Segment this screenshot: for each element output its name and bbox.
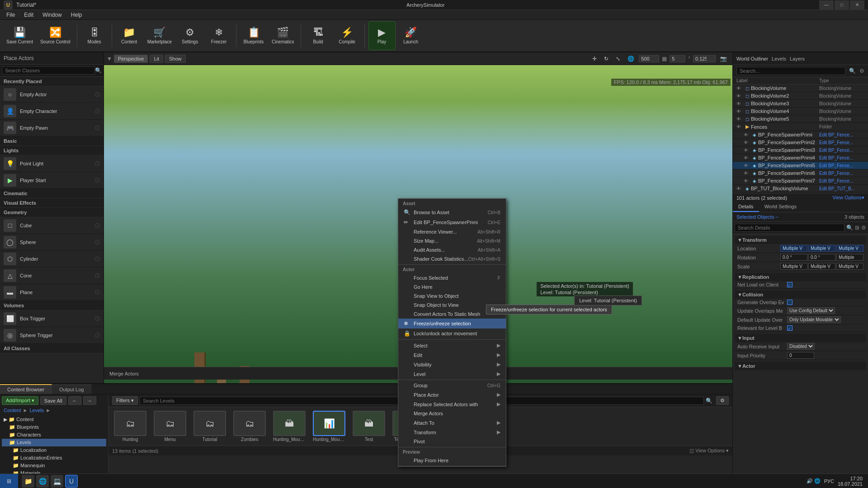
ctx-select[interactable]: Select▶ (398, 341, 506, 350)
view-options-btn[interactable]: View Options▾ (832, 195, 864, 201)
auto-receive-select[interactable]: Disabled (787, 343, 815, 350)
details-search-input[interactable] (735, 224, 844, 232)
maximize-button[interactable]: □ (835, 0, 849, 9)
outliner-settings-icon[interactable]: ⚙ (859, 68, 864, 74)
folder-levels[interactable]: 📁 Levels (2, 439, 106, 446)
ctx-level[interactable]: Level▶ (398, 369, 506, 379)
save-current-button[interactable]: 💾 Save Current (4, 21, 36, 50)
folder-characters[interactable]: 📁 Characters (2, 431, 106, 439)
cylinder-item[interactable]: ⬡ Cylinder ⓘ (0, 251, 104, 267)
rotate-icon[interactable]: ↻ (601, 55, 611, 63)
content-item-hunting-mountains-data[interactable]: 📊 Hunting_Mountains_BuiltData (311, 411, 347, 442)
actor-section-header[interactable]: ▼ Actor (735, 362, 866, 370)
rotation-y-input[interactable] (808, 254, 835, 261)
outliner-item-fence7[interactable]: 👁 ◈ BP_FenceSpawnerPrimi7 Edit BP_Fence.… (733, 177, 868, 185)
source-control-button[interactable]: 🔀 Source Control (38, 21, 73, 50)
empty-character-item[interactable]: 👤 Empty Character ⓘ (0, 103, 104, 120)
collision-header[interactable]: ▼ Collision (735, 291, 866, 299)
player-start-item[interactable]: ▶ Player Start ⓘ (0, 172, 104, 189)
menu-edit[interactable]: Edit (19, 11, 38, 19)
ctx-snap-view-to-object[interactable]: Snap View to Object (398, 291, 506, 300)
cone-info[interactable]: ⓘ (95, 272, 100, 279)
outliner-item-fences-folder[interactable]: 👁 ▶ Fences Folder (733, 123, 868, 131)
ctx-play-from-here[interactable]: Play From Here (398, 456, 506, 465)
input-header[interactable]: ▼ Input (735, 334, 866, 342)
outliner-item-fence1[interactable]: 👁 ◈ BP_FenceSpawnerPrimi Edit BP_Fence..… (733, 131, 868, 139)
content-browser-tab[interactable]: Content Browser (0, 384, 52, 394)
view-options-content[interactable]: ◫ View Options ▾ (689, 448, 729, 454)
cube-item[interactable]: □ Cube ⓘ (0, 217, 104, 234)
outliner-item-blocking2[interactable]: 👁 ◻ BlockingVolume2 BlockingVolume (733, 92, 868, 100)
minimize-button[interactable]: — (819, 0, 834, 9)
outliner-item-fence4[interactable]: 👁 ◈ BP_FenceSpawnerPrimi4 Edit BP_Fence.… (733, 154, 868, 162)
search-classes-input[interactable] (2, 66, 95, 75)
location-x-input[interactable] (780, 245, 807, 252)
ctx-audit-assets[interactable]: Audit Assets...Alt+Shift+A (398, 245, 506, 254)
relevant-level-checkbox[interactable] (787, 325, 793, 331)
scale-icon[interactable]: ⤡ (613, 55, 623, 63)
empty-character-info[interactable]: ⓘ (95, 108, 100, 115)
outliner-item-blocking1[interactable]: 👁 ◻ BlockingVolume BlockingVolume (733, 84, 868, 92)
content-item-hunting-mountains[interactable]: 🏔 Hunting_Mountains (271, 411, 307, 442)
world-settings-tab[interactable]: World Settings (759, 202, 802, 212)
empty-actor-info[interactable]: ⓘ (95, 91, 100, 98)
content-item-hunting[interactable]: 🗂 Hunting (112, 411, 148, 442)
all-classes-category[interactable]: All Classes (0, 344, 104, 353)
ctx-transform[interactable]: Transform▶ (398, 427, 506, 437)
ctx-lock-unlock[interactable]: 🔒 Lock/unlock actor movement (398, 328, 506, 338)
empty-actor-item[interactable]: ○ Empty Actor ⓘ (0, 86, 104, 103)
filters-button[interactable]: Filters ▾ (112, 396, 138, 405)
default-update-select[interactable]: Only Update Movable (787, 316, 841, 323)
outliner-item-blocking5[interactable]: 👁 ◻ BlockingVolume5 BlockingVolume (733, 115, 868, 123)
sphere-trigger-item[interactable]: ◎ Sphere Trigger ⓘ (0, 327, 104, 344)
outliner-search-input[interactable] (736, 67, 845, 75)
menu-window[interactable]: Window (38, 11, 66, 19)
details-tab[interactable]: Details (733, 202, 759, 212)
menu-help[interactable]: Help (66, 11, 87, 19)
net-load-checkbox[interactable] (787, 282, 793, 287)
volumes-category[interactable]: Volumes (0, 301, 104, 310)
details-layout-icon[interactable]: ⊞ (855, 225, 859, 231)
empty-pawn-item[interactable]: 🎮 Empty Pawn ⓘ (0, 120, 104, 136)
rotation-z-input[interactable] (836, 254, 863, 261)
selected-objects-dropdown[interactable]: Selected Objects→ (736, 214, 779, 220)
taskbar-vs[interactable]: 💻 (51, 475, 63, 488)
plane-item[interactable]: ▬ Plane ⓘ (0, 284, 104, 301)
cylinder-info[interactable]: ⓘ (95, 256, 100, 263)
add-import-button[interactable]: Add/Import ▾ (2, 396, 38, 405)
ctx-edit[interactable]: Edit▶ (398, 350, 506, 360)
outliner-item-tut-blocking[interactable]: 👁 ◈ BP_TUT_BlockingVolume Edit BP_TUT_B.… (733, 185, 868, 192)
ctx-size-map[interactable]: Size Map...Alt+Shift+M (398, 236, 506, 245)
content-item-tutorial[interactable]: 🗂 Tutorial (192, 411, 228, 442)
content-item-test[interactable]: 🏔 Test (351, 411, 387, 442)
world-local-icon[interactable]: 🌐 (625, 55, 637, 63)
taskbar-ue4[interactable]: U (65, 475, 78, 488)
menu-file[interactable]: File (2, 11, 19, 19)
transform-header[interactable]: ▼ Transform (735, 236, 866, 244)
compile-button[interactable]: ⚡ Compile (334, 21, 361, 50)
input-priority-input[interactable] (787, 352, 814, 359)
blueprints-button[interactable]: 📋 Blueprints (240, 21, 267, 50)
build-button[interactable]: 🏗 Build (305, 21, 332, 50)
box-trigger-item[interactable]: ⬜ Box Trigger ⓘ (0, 310, 104, 327)
marketplace-button[interactable]: 🛒 Marketplace (145, 21, 175, 50)
folder-localization-entries[interactable]: 📁 LocalizationEntries (2, 454, 106, 462)
ctx-pivot[interactable]: Pivot (398, 437, 506, 446)
point-light-item[interactable]: 💡 Point Light ⓘ (0, 155, 104, 172)
ctx-attach-to[interactable]: Attach To▶ (398, 418, 506, 427)
outliner-item-blocking4[interactable]: 👁 ◻ BlockingVolume4 BlockingVolume (733, 108, 868, 115)
play-button[interactable]: ▶ Play (368, 21, 396, 50)
sphere-item[interactable]: ◯ Sphere ⓘ (0, 234, 104, 251)
ctx-group[interactable]: GroupCtrl+G (398, 381, 506, 390)
content-item-zombies[interactable]: 🗂 Zombies (231, 411, 268, 442)
basic-category[interactable]: Basic (0, 136, 104, 146)
rotation-x-input[interactable] (780, 254, 807, 261)
world-outliner-tab[interactable]: World Outliner (736, 56, 768, 61)
ctx-focus-selected[interactable]: Focus SelectedF (398, 273, 506, 282)
scale-z-input[interactable] (836, 263, 863, 270)
modes-button[interactable]: 🎛 Modes (81, 21, 108, 50)
levels-tab[interactable]: Levels (772, 56, 786, 61)
outliner-item-fence5[interactable]: 👁 ◈ BP_FenceSpawnerPrimi5 Edit BP_Fence.… (733, 162, 868, 169)
close-button[interactable]: ✕ (850, 0, 864, 9)
empty-pawn-info[interactable]: ⓘ (95, 125, 100, 131)
